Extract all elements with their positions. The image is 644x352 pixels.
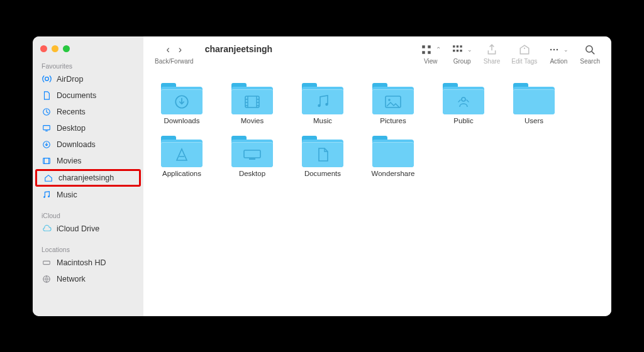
svg-rect-16: [453, 50, 455, 52]
sidebar-item-downloads[interactable]: Downloads: [33, 136, 143, 153]
sidebar-item-movies[interactable]: Movies: [33, 153, 143, 169]
back-button[interactable]: ‹: [167, 44, 170, 55]
svg-rect-15: [460, 45, 462, 47]
sidebar-item-label: Music: [57, 190, 77, 199]
svg-point-30: [462, 97, 465, 101]
svg-point-5: [43, 196, 45, 198]
sidebar-item-label: Network: [57, 275, 86, 283]
sidebar-item-network[interactable]: Network: [33, 271, 143, 287]
folder-icon: [372, 82, 414, 114]
window-controls: [33, 43, 143, 60]
folder-label: Music: [313, 117, 332, 124]
sidebar-item-recents[interactable]: Recents: [33, 104, 143, 120]
sidebar-item-icloud-drive[interactable]: iCloud Drive: [33, 221, 143, 237]
folder-label: Applications: [162, 170, 201, 177]
folder-label: Public: [453, 117, 473, 124]
folder-movies[interactable]: Movies: [220, 78, 284, 128]
minimize-button[interactable]: [52, 45, 58, 52]
toolbar: ‹ › Back/Forward charanjeetsingh ⌃ View …: [143, 36, 611, 72]
svg-rect-11: [422, 51, 425, 54]
sidebar-item-airdrop[interactable]: AirDrop: [33, 71, 143, 87]
movies-icon: [42, 156, 52, 166]
folder-label: Downloads: [164, 117, 200, 124]
folder-icon: [302, 135, 343, 167]
search-button[interactable]: Search: [580, 43, 600, 65]
folder-wondershare[interactable]: Wondershare: [361, 131, 425, 181]
svg-point-22: [557, 48, 558, 50]
folder-desktop[interactable]: Desktop: [220, 131, 284, 181]
sidebar: Favourites AirDrop Documents Recents Des…: [33, 36, 143, 316]
sidebar-item-label: Downloads: [57, 140, 96, 149]
nav-buttons: ‹ › Back/Forward: [155, 43, 194, 65]
folder-label: Wondershare: [372, 170, 415, 177]
svg-rect-31: [244, 150, 260, 158]
edit-tags-button[interactable]: Edit Tags: [511, 43, 537, 65]
favourites-label: Favourites: [33, 60, 143, 71]
sidebar-item-label: AirDrop: [57, 75, 83, 84]
sidebar-item-charanjeetsingh[interactable]: charanjeetsingh: [35, 169, 141, 187]
folder-icon: [372, 135, 414, 167]
sidebar-item-label: Documents: [57, 91, 96, 100]
view-button[interactable]: ⌃ View: [421, 43, 441, 65]
sidebar-item-label: Movies: [57, 157, 82, 165]
share-button[interactable]: Share: [484, 43, 501, 65]
svg-rect-12: [428, 51, 431, 54]
svg-point-0: [45, 77, 48, 81]
svg-rect-10: [428, 45, 431, 48]
forward-button[interactable]: ›: [179, 44, 182, 55]
action-button[interactable]: ⌄ Action: [548, 43, 569, 65]
sidebar-item-label: Desktop: [57, 124, 86, 133]
folder-icon: [513, 82, 555, 114]
sidebar-item-label: iCloud Drive: [57, 224, 99, 233]
svg-rect-9: [422, 45, 425, 48]
svg-rect-7: [43, 261, 50, 264]
clock-icon: [42, 107, 52, 117]
main-area: ‹ › Back/Forward charanjeetsingh ⌃ View …: [143, 36, 611, 316]
window-title: charanjeetsingh: [205, 43, 272, 54]
svg-point-21: [553, 48, 555, 50]
folder-label: Users: [525, 117, 543, 124]
folder-icon: [231, 135, 273, 167]
network-icon: [42, 274, 52, 284]
svg-rect-2: [43, 125, 50, 129]
folder-label: Desktop: [239, 170, 265, 177]
icloud-label: iCloud: [33, 209, 143, 221]
home-icon: [43, 173, 53, 183]
folder-downloads[interactable]: Downloads: [150, 78, 214, 128]
folder-label: Documents: [304, 170, 341, 177]
svg-point-19: [524, 47, 525, 48]
folder-icon: [161, 135, 203, 167]
cloud-icon: [42, 224, 52, 234]
download-icon: [42, 140, 52, 150]
sidebar-item-desktop[interactable]: Desktop: [33, 120, 143, 136]
folder-icon: [302, 82, 343, 114]
sidebar-item-label: charanjeetsingh: [58, 173, 114, 182]
svg-rect-18: [460, 50, 462, 52]
svg-point-6: [48, 195, 50, 197]
group-button[interactable]: ⌄ Group: [452, 43, 472, 65]
music-icon: [42, 190, 52, 200]
svg-rect-13: [453, 45, 455, 47]
finder-window: Favourites AirDrop Documents Recents Des…: [33, 36, 611, 316]
document-icon: [42, 91, 52, 101]
folder-label: Pictures: [380, 117, 406, 124]
folder-documents[interactable]: Documents: [291, 131, 355, 181]
svg-point-20: [550, 48, 552, 50]
folder-public[interactable]: Public: [431, 78, 496, 128]
desktop-icon: [42, 123, 52, 133]
sidebar-item-documents[interactable]: Documents: [33, 87, 143, 104]
svg-point-27: [325, 102, 328, 105]
sidebar-item-macintosh-hd[interactable]: Macintosh HD: [33, 255, 143, 271]
folder-icon: [161, 82, 203, 114]
sidebar-item-label: Macintosh HD: [57, 258, 106, 267]
close-button[interactable]: [40, 45, 47, 52]
sidebar-item-music[interactable]: Music: [33, 187, 143, 203]
folder-pictures[interactable]: Pictures: [361, 78, 425, 128]
svg-point-23: [586, 45, 592, 52]
folder-users[interactable]: Users: [502, 78, 566, 128]
zoom-button[interactable]: [63, 45, 70, 52]
folder-applications[interactable]: Applications: [150, 131, 214, 181]
svg-point-29: [388, 99, 391, 101]
disk-icon: [42, 258, 52, 268]
folder-music[interactable]: Music: [291, 78, 355, 128]
